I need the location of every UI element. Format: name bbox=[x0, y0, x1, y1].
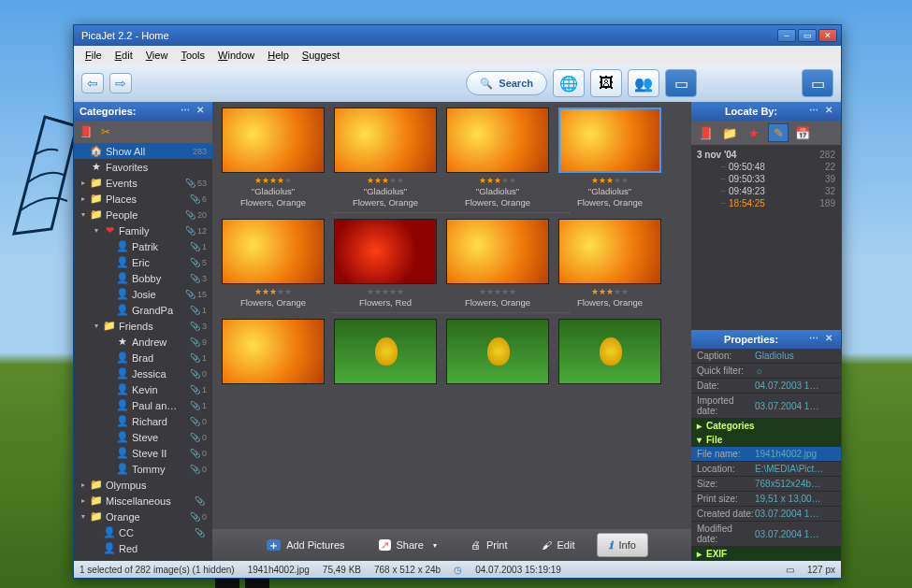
tree-item[interactable]: Brad 📎 1 bbox=[74, 350, 212, 366]
tree-item[interactable]: Andrew 📎 9 bbox=[74, 334, 212, 350]
minimize-button[interactable]: – bbox=[777, 29, 796, 42]
twisty-icon[interactable]: ▾ bbox=[80, 512, 87, 521]
tree-item[interactable]: ▸ Places 📎 6 bbox=[74, 191, 212, 207]
nav-back-button[interactable]: ⇦ bbox=[81, 73, 104, 93]
thumbnail[interactable] bbox=[446, 108, 549, 173]
toolbar-people-button[interactable]: 👥 bbox=[628, 69, 659, 97]
property-value[interactable]: 768x512x24b… bbox=[755, 479, 835, 489]
toolbar-image-button[interactable]: 🖼 bbox=[590, 69, 622, 97]
tree-item[interactable]: Richard 📎 0 bbox=[74, 413, 212, 429]
maximize-button[interactable]: ▭ bbox=[798, 29, 817, 42]
thumbnail[interactable] bbox=[558, 319, 661, 384]
panel-menu-button[interactable]: ⋯ bbox=[807, 333, 820, 346]
property-value[interactable]: 1941h4002.jpg bbox=[755, 449, 835, 459]
locate-star-icon[interactable]: ★ bbox=[744, 123, 764, 142]
menu-tools[interactable]: Tools bbox=[175, 48, 210, 63]
rating-stars[interactable]: ★★★★★ bbox=[222, 287, 325, 297]
twisty-icon[interactable]: ▾ bbox=[80, 210, 87, 219]
rating-stars[interactable]: ★★★★★ bbox=[446, 287, 549, 297]
cat-book-icon[interactable] bbox=[78, 124, 93, 139]
panel-close-button[interactable]: ✕ bbox=[822, 333, 835, 346]
tree-item[interactable]: Eric 📎 5 bbox=[74, 254, 212, 270]
tree-item[interactable]: Josie 📎 15 bbox=[74, 286, 212, 302]
tree-item[interactable]: Favorites bbox=[74, 159, 212, 175]
toolbar-panel-toggle-button[interactable] bbox=[802, 69, 833, 97]
rating-stars[interactable]: ★★★★★ bbox=[446, 176, 549, 186]
panel-close-button[interactable]: ✕ bbox=[822, 105, 835, 118]
tree-item[interactable]: Bobby 📎 3 bbox=[74, 270, 212, 286]
tree-item[interactable]: Steve 📎 0 bbox=[74, 429, 212, 445]
thumbnail[interactable] bbox=[222, 219, 325, 284]
menu-file[interactable]: File bbox=[80, 48, 108, 63]
add-pictures-button[interactable]: Add Pictures bbox=[255, 533, 355, 557]
property-value[interactable]: 04.07.2003 1… bbox=[755, 380, 835, 391]
menu-help[interactable]: Help bbox=[262, 48, 295, 63]
menu-suggest[interactable]: Suggest bbox=[297, 48, 345, 63]
twisty-icon[interactable]: ▾ bbox=[93, 226, 100, 235]
section-file[interactable]: ▾File bbox=[691, 433, 841, 447]
thumbnail[interactable] bbox=[334, 108, 437, 173]
thumbnail[interactable] bbox=[222, 319, 325, 384]
property-value[interactable]: ☼ bbox=[755, 366, 835, 376]
twisty-icon[interactable]: ▸ bbox=[80, 480, 87, 489]
tree-item[interactable]: Kevin 📎 1 bbox=[74, 381, 212, 397]
panel-menu-button[interactable]: ⋯ bbox=[179, 105, 192, 118]
tree-item[interactable]: Steve II 📎 0 bbox=[74, 445, 212, 461]
print-button[interactable]: Print bbox=[459, 533, 519, 557]
edit-button[interactable]: Edit bbox=[530, 533, 586, 557]
status-zoom-icon[interactable]: ▭ bbox=[786, 565, 794, 575]
titlebar[interactable]: PicaJet 2.2 - Home – ▭ ✕ bbox=[74, 25, 841, 46]
locate-folder-icon[interactable]: 📁 bbox=[719, 123, 740, 142]
property-value[interactable]: E:\MEDIA\Pict… bbox=[755, 464, 835, 474]
twisty-icon[interactable]: ▸ bbox=[80, 194, 87, 203]
tree-item[interactable]: ▸ Events 📎 53 bbox=[74, 175, 212, 191]
tree-item[interactable]: ▾ Orange 📎 0 bbox=[74, 509, 212, 524]
property-value[interactable]: 03.07.2004 1… bbox=[755, 509, 835, 519]
menu-edit[interactable]: Edit bbox=[109, 48, 138, 63]
tree-item[interactable]: Tommy 📎 0 bbox=[74, 461, 212, 477]
tree-item[interactable]: CC 📎 bbox=[74, 524, 212, 540]
property-value[interactable]: 03.07.2004 1… bbox=[755, 401, 835, 411]
menu-window[interactable]: Window bbox=[212, 48, 260, 63]
rating-stars[interactable]: ★★★★★ bbox=[558, 287, 661, 297]
thumbnail[interactable] bbox=[558, 108, 661, 173]
tree-item[interactable]: GrandPa 📎 1 bbox=[74, 302, 212, 318]
cat-scissors-icon[interactable] bbox=[98, 124, 113, 139]
rating-stars[interactable]: ★★★★★ bbox=[334, 287, 437, 297]
nav-forward-button[interactable]: ⇨ bbox=[109, 73, 132, 93]
close-button[interactable]: ✕ bbox=[818, 29, 837, 42]
thumbnail[interactable] bbox=[446, 319, 549, 384]
thumbnail[interactable] bbox=[558, 219, 661, 284]
tree-item[interactable]: Show All 283 bbox=[74, 143, 212, 159]
thumbnail[interactable] bbox=[334, 219, 437, 284]
property-value[interactable]: 03.07.2004 1… bbox=[755, 529, 835, 539]
tree-item[interactable]: Paul an… 📎 1 bbox=[74, 397, 212, 413]
tree-item[interactable]: ▾ Family 📎 12 bbox=[74, 222, 212, 238]
thumbnail[interactable] bbox=[222, 108, 325, 173]
property-value[interactable]: Gladiolus bbox=[755, 351, 835, 361]
rating-stars[interactable]: ★★★★★ bbox=[334, 176, 437, 186]
tree-item[interactable]: Jessica 📎 0 bbox=[74, 366, 212, 381]
locate-time-row[interactable]: –09:50:4822 bbox=[695, 161, 837, 173]
twisty-icon[interactable]: ▾ bbox=[93, 322, 100, 330]
toolbar-view-grid-button[interactable] bbox=[665, 69, 697, 97]
rating-stars[interactable]: ★★★★★ bbox=[222, 176, 325, 186]
tree-item[interactable]: ▾ People 📎 20 bbox=[74, 207, 212, 222]
locate-edit-icon[interactable] bbox=[768, 123, 789, 142]
locate-calendar-icon[interactable]: 📅 bbox=[792, 123, 813, 142]
menu-view[interactable]: View bbox=[140, 48, 174, 63]
tree-item[interactable]: ▸ Olympus bbox=[74, 477, 212, 493]
tree-item[interactable]: Red bbox=[74, 540, 212, 556]
tree-item[interactable]: ▸ Miscellaneous 📎 bbox=[74, 493, 212, 509]
locate-time-row[interactable]: –09:49:2332 bbox=[695, 185, 837, 197]
twisty-icon[interactable]: ▸ bbox=[80, 496, 87, 505]
locate-time-row[interactable]: –18:54:25189 bbox=[695, 197, 837, 209]
info-button[interactable]: Info bbox=[597, 533, 647, 557]
panel-close-button[interactable]: ✕ bbox=[194, 105, 207, 118]
tree-item[interactable]: ▾ Friends 📎 3 bbox=[74, 318, 212, 334]
locate-date-row[interactable]: 3 nov '04 282 bbox=[695, 149, 837, 161]
tree-item[interactable]: Patrik 📎 1 bbox=[74, 238, 212, 254]
thumbnail[interactable] bbox=[446, 219, 549, 284]
section-categories[interactable]: ▸Categories bbox=[691, 419, 841, 433]
thumbnail[interactable] bbox=[334, 319, 437, 384]
